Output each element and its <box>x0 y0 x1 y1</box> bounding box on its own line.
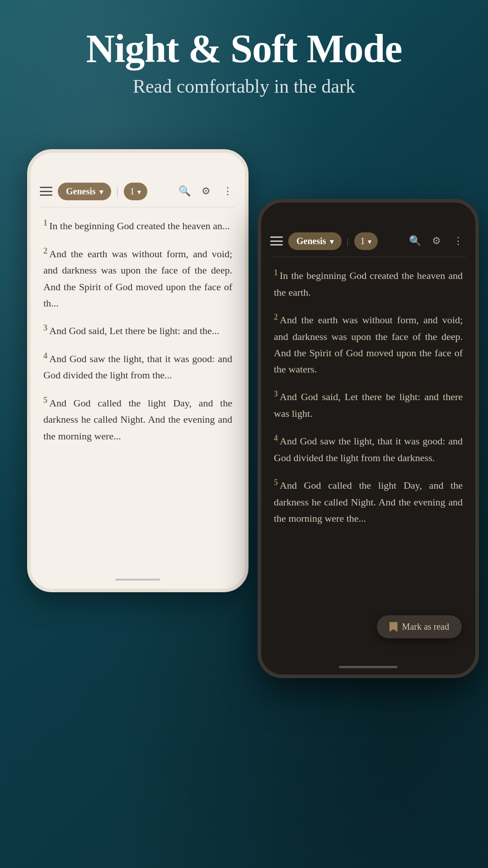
verse-3-dark: 3And God said, Let there be light: and t… <box>274 387 463 422</box>
phone-light: Genesis | 1 🔍 ⚙ ⋮ 1In the beginning God … <box>27 149 249 592</box>
chapter-label-light: 1 <box>130 186 135 197</box>
search-icon-light[interactable]: 🔍 <box>176 183 192 199</box>
page-header: Night & Soft Mode Read comfortably in th… <box>0 0 488 106</box>
chapter-label-dark: 1 <box>361 236 365 246</box>
verse-4-dark: 4And God saw the light, that it was good… <box>274 432 463 466</box>
page-title: Night & Soft Mode <box>0 27 488 71</box>
more-icon-light[interactable]: ⋮ <box>220 183 236 199</box>
phone-dark: Genesis | 1 🔍 ⚙ ⋮ 1In the beginning God … <box>258 199 479 678</box>
statusbar-dark <box>261 203 475 225</box>
phones-container: Genesis | 1 🔍 ⚙ ⋮ 1In the beginning God … <box>0 127 488 868</box>
verse-1-light: 1In the beginning God created the heaven… <box>43 217 232 235</box>
book-selector-light[interactable]: Genesis <box>58 183 111 200</box>
mark-as-read-label: Mark as read <box>402 622 449 632</box>
bible-content-light: 1In the beginning God created the heaven… <box>31 208 245 481</box>
verse-2-light: 2And the earth was without form, and voi… <box>43 245 232 312</box>
chapter-selector-dark[interactable]: 1 <box>354 232 378 250</box>
menu-icon-light[interactable] <box>40 187 52 196</box>
bookmark-icon <box>389 622 398 632</box>
home-indicator-light <box>115 579 160 580</box>
verse-5-light: 5And God called the light Day, and the d… <box>43 394 232 444</box>
settings-icon-light[interactable]: ⚙ <box>198 183 214 199</box>
bible-content-dark: 1In the beginning God created the heaven… <box>261 257 475 564</box>
separator-light: | <box>117 186 118 197</box>
statusbar-light <box>31 153 245 175</box>
menu-icon-dark[interactable] <box>270 236 283 245</box>
book-label-dark: Genesis <box>296 236 326 246</box>
verse-4-light: 4And God saw the light, that it was good… <box>43 349 232 384</box>
verse-5-dark: 5And God called the light Day, and the d… <box>274 476 463 527</box>
page-subtitle: Read comfortably in the dark <box>0 75 488 97</box>
book-label-light: Genesis <box>66 186 96 197</box>
book-selector-dark[interactable]: Genesis <box>288 232 342 250</box>
home-indicator-dark <box>339 666 398 668</box>
chapter-chevron-light <box>136 186 141 197</box>
mark-as-read-button[interactable]: Mark as read <box>377 615 462 638</box>
book-chevron-light <box>99 186 103 197</box>
search-icon-dark[interactable]: 🔍 <box>407 233 423 249</box>
toolbar-light: Genesis | 1 🔍 ⚙ ⋮ <box>31 175 245 207</box>
verse-2-dark: 2And the earth was without form, and voi… <box>274 311 463 378</box>
separator-dark: | <box>347 236 349 246</box>
verse-1-dark: 1In the beginning God created the heaven… <box>274 266 463 301</box>
book-chevron-dark <box>329 236 333 246</box>
toolbar-dark: Genesis | 1 🔍 ⚙ ⋮ <box>261 225 475 257</box>
verse-3-light: 3And God said, Let there be light: and t… <box>43 321 232 340</box>
chapter-selector-light[interactable]: 1 <box>124 183 147 200</box>
settings-icon-dark[interactable]: ⚙ <box>428 233 445 249</box>
chapter-chevron-dark <box>367 236 371 246</box>
more-icon-dark[interactable]: ⋮ <box>450 233 466 249</box>
